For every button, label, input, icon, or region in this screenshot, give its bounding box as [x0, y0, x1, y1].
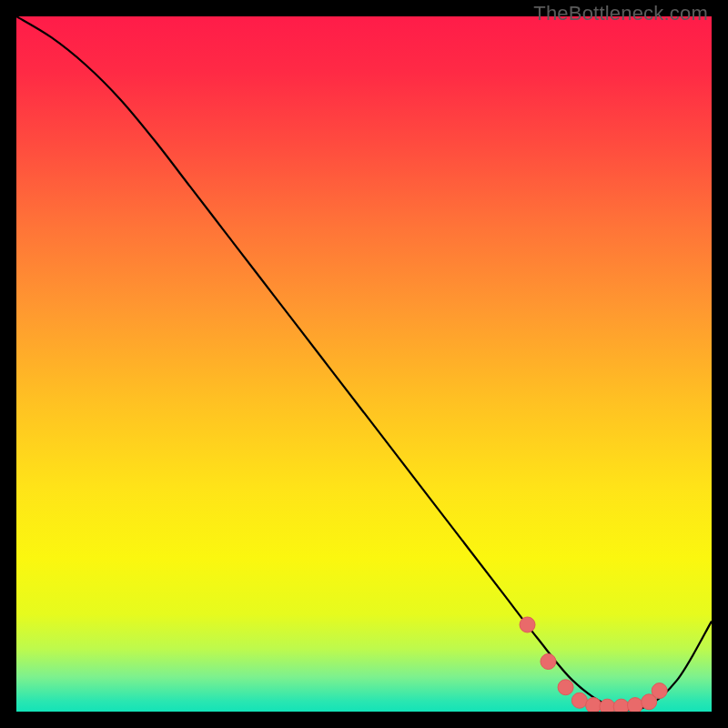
gradient-background — [16, 16, 712, 712]
marker-point — [600, 699, 615, 712]
chart-plot-area — [16, 16, 712, 712]
marker-point — [586, 698, 602, 712]
chart-svg — [16, 16, 712, 712]
marker-point — [520, 617, 535, 632]
watermark-text: TheBottleneck.com — [533, 2, 708, 25]
marker-point — [541, 653, 556, 669]
marker-point — [558, 680, 573, 695]
marker-point — [613, 699, 629, 712]
marker-point — [627, 698, 642, 712]
marker-point — [571, 693, 587, 708]
marker-point — [652, 683, 667, 699]
